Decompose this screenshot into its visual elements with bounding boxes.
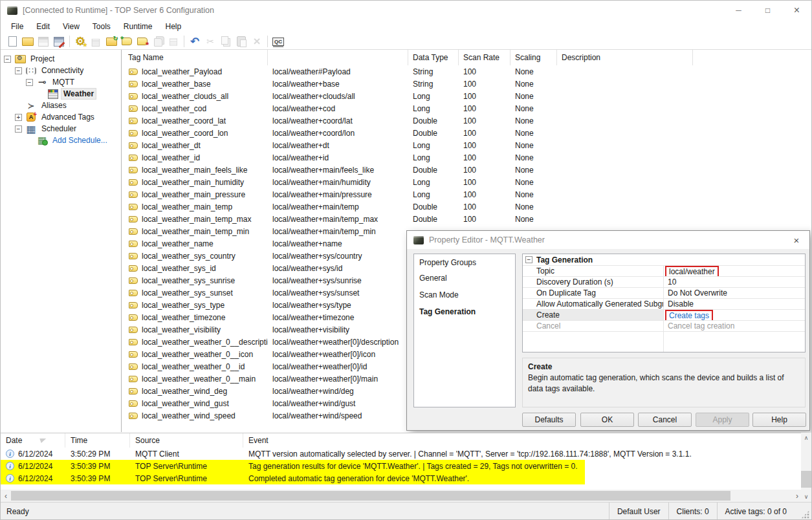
event-column-time[interactable]: Time [65,433,130,448]
menu-tools[interactable]: Tools [86,20,117,34]
new-project-icon[interactable] [5,35,20,49]
tag-column-scaling[interactable]: Scaling [510,50,557,65]
expander-icon[interactable]: − [4,56,11,63]
new-channel-icon[interactable] [72,35,88,49]
tag-row[interactable]: local_weather_clouds_alllocal/weather+cl… [126,90,812,102]
event-column-event[interactable]: Event [243,433,802,448]
property-row-on-duplicate-tag[interactable]: On Duplicate TagDo Not Overwrite [523,288,805,299]
property-value[interactable]: local/weather [663,266,805,276]
tag-row[interactable]: local_weather_coord_lonlocal/weather+coo… [126,127,812,139]
tree-item-aliases[interactable]: Aliases [1,100,121,111]
tag-column-description[interactable]: Description [557,50,693,65]
save-to-runtime-icon[interactable] [51,35,67,49]
new-tag-icon[interactable] [119,35,135,49]
tag-row[interactable]: local_weather_main_humiditylocal/weather… [126,176,812,188]
scroll-right-icon[interactable]: › [792,490,802,502]
property-value[interactable]: Disable [663,299,805,309]
property-group-general[interactable]: General [419,273,515,284]
menu-help[interactable]: Help [159,20,188,34]
property-row-create[interactable]: CreateCreate tags [523,310,805,321]
property-row-cancel[interactable]: CancelCancel tag creation [523,321,805,332]
properties-icon[interactable] [166,35,181,49]
tag-column-scan-rate[interactable]: Scan Rate [459,50,510,65]
tag-row[interactable]: local_weather_main_temp_maxlocal/weather… [126,213,812,225]
tree-item-project[interactable]: −Project [1,53,121,65]
maximize-button[interactable]: □ [753,1,782,20]
property-group-tag-generation[interactable]: Tag Generation [419,307,515,318]
property-value[interactable]: 10 [663,277,805,287]
help-button[interactable]: Help [752,413,806,427]
event-row[interactable]: i6/12/20243:50:39 PMTOP Server\RuntimeCo… [1,472,802,484]
tree-item-mqtt[interactable]: −MQTT [1,76,121,88]
menu-file[interactable]: File [5,20,30,34]
scroll-left-icon[interactable]: ‹ [1,490,11,502]
tag-row[interactable]: local_weather_idlocal/weather+idLong100N… [126,151,812,164]
tag-column-address[interactable] [268,50,408,65]
defaults-button[interactable]: Defaults [522,413,576,427]
new-tag-group-icon[interactable] [104,35,119,49]
horizontal-scroll-thumb[interactable] [11,491,730,501]
tree-item-scheduler[interactable]: −Scheduler [1,123,121,135]
tag-row[interactable]: local_weather_dtlocal/weather+dtLong100N… [126,139,812,151]
tree-item-connectivity[interactable]: −Connectivity [1,65,121,76]
cancel-button[interactable]: Cancel [638,413,692,427]
expander-icon[interactable]: − [15,67,22,74]
expander-icon[interactable]: − [26,79,33,86]
event-log-vertical-scrollbar[interactable]: ∧ ∨ [801,433,811,502]
menu-edit[interactable]: Edit [30,20,56,34]
tag-column-tag-name[interactable]: Tag Name [126,50,268,65]
new-device-icon[interactable] [88,35,104,49]
expander-icon[interactable]: + [15,114,22,121]
tree-item-advanced-tags[interactable]: +Advanced Tags [1,111,121,123]
grid-group-header[interactable]: − Tag Generation [523,254,805,266]
tag-column-data-type[interactable]: Data Type [408,50,459,65]
open-project-icon[interactable] [20,35,36,49]
resize-grip[interactable] [795,503,811,520]
save-icon[interactable] [36,35,51,49]
copy-icon[interactable] [218,35,234,49]
vertical-scroll-track[interactable] [801,443,811,492]
event-column-date[interactable]: Date [1,433,65,448]
property-row-allow-automatically-generated-subgro[interactable]: Allow Automatically Generated Subgro...D… [523,299,805,310]
undo-icon[interactable] [187,35,203,49]
scroll-up-icon[interactable]: ∧ [801,433,811,443]
minimize-button[interactable]: ─ [724,1,753,20]
horizontal-scrollbar[interactable]: ‹ › [1,490,802,502]
tag-row[interactable]: local_weather_main_pressurelocal/weather… [126,188,812,200]
dialog-close-icon[interactable]: × [790,235,803,246]
horizontal-scroll-track[interactable] [11,490,792,502]
tag-row[interactable]: local_weather_baselocal/weather+baseStri… [126,78,812,90]
event-row[interactable]: i6/12/20243:50:29 PMMQTT ClientMQTT vers… [1,448,802,460]
property-value-link-annotated[interactable]: Create tags [665,310,713,320]
close-button[interactable]: × [782,1,811,20]
menu-view[interactable]: View [56,20,86,34]
expander-icon[interactable]: − [15,125,22,133]
tag-row[interactable]: local_weather_codlocal/weather+codLong10… [126,102,812,114]
event-row[interactable]: i6/12/20243:50:39 PMTOP Server\RuntimeTa… [1,460,802,472]
ok-button[interactable]: OK [580,413,634,427]
new-alias-icon[interactable] [135,35,150,49]
property-value[interactable]: Do Not Overwrite [663,288,805,298]
property-value[interactable]: Create tags [663,310,805,320]
quick-client-icon[interactable] [270,35,286,49]
tag-name-cell: local_weather_main_temp_min [126,227,268,236]
delete-icon[interactable] [249,35,265,49]
event-column-source[interactable]: Source [130,433,243,448]
vertical-scroll-thumb[interactable] [801,471,811,488]
tree-item-add-schedule[interactable]: Add Schedule... [1,135,121,146]
menu-runtime[interactable]: Runtime [117,20,159,34]
tag-row[interactable]: local_weather_coord_latlocal/weather+coo… [126,114,812,127]
tag-row[interactable]: local_weather_Payloadlocal/weather#Paylo… [126,65,812,78]
tree-item-weather[interactable]: Weather [1,88,121,100]
property-group-scan-mode[interactable]: Scan Mode [419,290,515,301]
tag-row[interactable]: local_weather_main_templocal/weather+mai… [126,200,812,213]
tag-row[interactable]: local_weather_main_feels_likelocal/weath… [126,164,812,176]
property-row-discovery-duration-s[interactable]: Discovery Duration (s)10 [523,277,805,288]
cut-icon[interactable] [203,35,218,49]
paste-icon[interactable] [234,35,249,49]
scroll-down-icon[interactable]: ∨ [801,492,811,502]
property-row-topic[interactable]: Topiclocal/weather [523,266,805,277]
clone-icon[interactable] [150,35,166,49]
collapse-icon[interactable]: − [525,256,532,263]
property-value[interactable]: Cancel tag creation [663,321,805,331]
